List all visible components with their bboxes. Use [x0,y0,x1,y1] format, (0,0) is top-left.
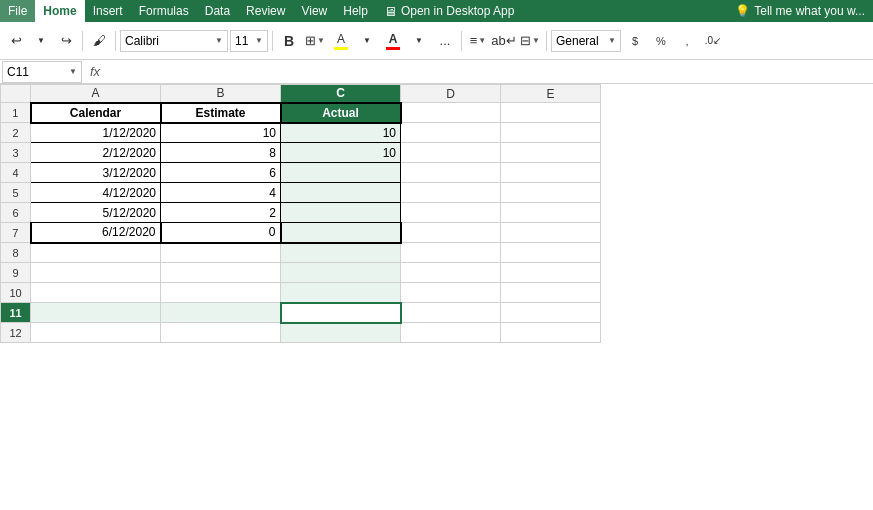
cell-e8[interactable] [501,243,601,263]
col-header-c[interactable]: C [281,85,401,103]
cell-c1[interactable]: Actual [281,103,401,123]
merge-button[interactable]: ⊟ ▼ [518,29,542,53]
cell-e9[interactable] [501,263,601,283]
cell-c2[interactable]: 10 [281,123,401,143]
fill-color-button[interactable]: A [329,29,353,53]
row-num[interactable]: 10 [1,283,31,303]
undo-button[interactable]: ↩ [4,29,28,53]
cell-c7[interactable] [281,223,401,243]
borders-button[interactable]: ⊞ ▼ [303,29,327,53]
cell-e12[interactable] [501,323,601,343]
cell-e4[interactable] [501,163,601,183]
row-num[interactable]: 8 [1,243,31,263]
cell-a2[interactable]: 1/12/2020 [31,123,161,143]
cell-a3[interactable]: 2/12/2020 [31,143,161,163]
cell-a12[interactable] [31,323,161,343]
cell-b8[interactable] [161,243,281,263]
cell-e11[interactable] [501,303,601,323]
menu-home[interactable]: Home [35,0,84,22]
number-format-selector[interactable]: General ▼ [551,30,621,52]
cell-e7[interactable] [501,223,601,243]
cell-b1[interactable]: Estimate [161,103,281,123]
cell-e3[interactable] [501,143,601,163]
bold-button[interactable]: B [277,29,301,53]
cell-d3[interactable] [401,143,501,163]
row-num[interactable]: 5 [1,183,31,203]
font-color-dropdown[interactable]: ▼ [407,29,431,53]
cell-e6[interactable] [501,203,601,223]
font-size-selector[interactable]: 11 ▼ [230,30,268,52]
row-num[interactable]: 9 [1,263,31,283]
cell-a5[interactable]: 4/12/2020 [31,183,161,203]
row-num[interactable]: 3 [1,143,31,163]
cell-c4[interactable] [281,163,401,183]
cell-d10[interactable] [401,283,501,303]
cell-c3[interactable]: 10 [281,143,401,163]
percent-btn[interactable]: % [649,29,673,53]
more-button[interactable]: ... [433,29,457,53]
cell-d12[interactable] [401,323,501,343]
menu-view[interactable]: View [293,0,335,22]
menu-help[interactable]: Help [335,0,376,22]
cell-b4[interactable]: 6 [161,163,281,183]
cell-d8[interactable] [401,243,501,263]
cell-e10[interactable] [501,283,601,303]
comma-btn[interactable]: , [675,29,699,53]
cell-b7[interactable]: 0 [161,223,281,243]
col-header-b[interactable]: B [161,85,281,103]
cell-a4[interactable]: 3/12/2020 [31,163,161,183]
cell-b6[interactable]: 2 [161,203,281,223]
menu-file[interactable]: File [0,0,35,22]
cell-b12[interactable] [161,323,281,343]
menu-insert[interactable]: Insert [85,0,131,22]
row-num[interactable]: 1 [1,103,31,123]
cell-c12[interactable] [281,323,401,343]
cell-a1[interactable]: Calendar [31,103,161,123]
cell-b3[interactable]: 8 [161,143,281,163]
cell-c6[interactable] [281,203,401,223]
cell-c5[interactable] [281,183,401,203]
cell-c9[interactable] [281,263,401,283]
wrap-text-button[interactable]: ab↵ [492,29,516,53]
row-num[interactable]: 2 [1,123,31,143]
cell-b5[interactable]: 4 [161,183,281,203]
cell-a10[interactable] [31,283,161,303]
menu-data[interactable]: Data [197,0,238,22]
fill-color-dropdown[interactable]: ▼ [355,29,379,53]
cell-d1[interactable] [401,103,501,123]
undo-dropdown[interactable]: ▼ [29,29,53,53]
cell-a8[interactable] [31,243,161,263]
format-painter-button[interactable]: 🖌 [87,29,111,53]
row-num[interactable]: 4 [1,163,31,183]
menu-formulas[interactable]: Formulas [131,0,197,22]
open-desktop-btn[interactable]: 🖥 Open in Desktop App [384,4,514,19]
cell-e2[interactable] [501,123,601,143]
cell-d6[interactable] [401,203,501,223]
cell-c10[interactable] [281,283,401,303]
cell-a11[interactable] [31,303,161,323]
row-num[interactable]: 12 [1,323,31,343]
col-header-a[interactable]: A [31,85,161,103]
cell-d4[interactable] [401,163,501,183]
cell-b9[interactable] [161,263,281,283]
row-num[interactable]: 6 [1,203,31,223]
col-header-e[interactable]: E [501,85,601,103]
align-button[interactable]: ≡ ▼ [466,29,490,53]
cell-e1[interactable] [501,103,601,123]
cell-c11[interactable] [281,303,401,323]
accounting-btn[interactable]: $ [623,29,647,53]
row-num[interactable]: 7 [1,223,31,243]
decrease-decimal-btn[interactable]: .0↙ [701,29,725,53]
cell-e5[interactable] [501,183,601,203]
cell-b2[interactable]: 10 [161,123,281,143]
cell-d2[interactable] [401,123,501,143]
font-color-button[interactable]: A [381,29,405,53]
redo-button[interactable]: ↪ [54,29,78,53]
name-box[interactable]: C11 ▼ [2,61,82,83]
row-num-11[interactable]: 11 [1,303,31,323]
tell-me-area[interactable]: 💡 Tell me what you w... [735,4,873,18]
cell-d11[interactable] [401,303,501,323]
col-header-d[interactable]: D [401,85,501,103]
formula-input[interactable] [106,61,873,83]
cell-a7[interactable]: 6/12/2020 [31,223,161,243]
